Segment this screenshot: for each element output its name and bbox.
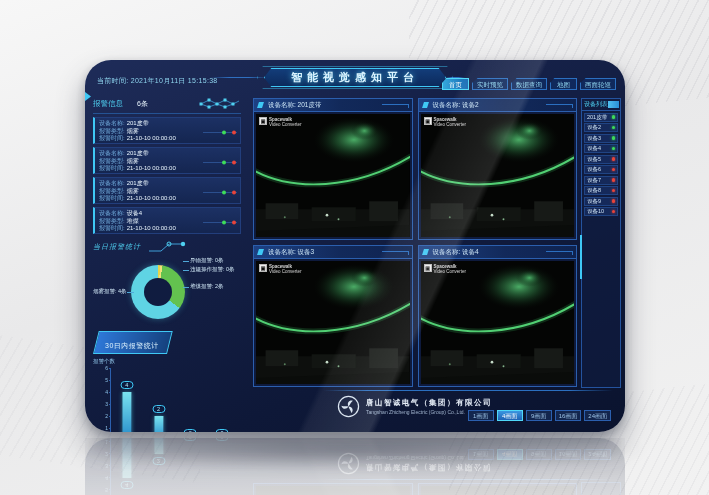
alarm-panel-title: 报警信息: [93, 99, 123, 109]
camera-feed-image: [421, 261, 575, 384]
corner-accent-icon: [85, 92, 91, 101]
device-status-dot: [612, 147, 616, 151]
device-name: 设备7: [587, 177, 601, 184]
device-status-dot: [612, 168, 616, 172]
bar-group: 0违规操作: [209, 369, 235, 432]
camera-feed-image: [421, 114, 575, 237]
donut-legend-label: 烟雾报警: 4条: [93, 288, 127, 295]
alarm-card[interactable]: 设备名称:201皮带报警类型:烟雾报警时间:21-10-10 00:00:00: [93, 147, 241, 174]
donut-legend-label: 堆煤报警: 2条: [190, 283, 224, 290]
alarm-indicator-lights-icon: [203, 181, 237, 199]
alarm-indicator-lights-icon: [203, 151, 237, 169]
bar-value-badge: 2: [152, 405, 165, 413]
view-layout-button[interactable]: 1画面: [468, 410, 494, 421]
alarm-card[interactable]: 设备名称:201皮带报警类型:烟雾报警时间:21-10-10 00:00:00: [93, 117, 241, 144]
device-status-dot: [612, 199, 616, 203]
video-panel[interactable]: 设备名称: 201皮带▣SpacewalkVideo Converter: [253, 98, 413, 240]
device-list-item[interactable]: 设备5: [584, 155, 618, 164]
video-watermark: ▣SpacewalkVideo Converter: [424, 117, 466, 127]
device-list-item[interactable]: 201皮带: [584, 113, 618, 122]
video-panel-title: 设备名称: 设备2: [419, 99, 577, 112]
daily-alarm-stats-header: 当日报警统计: [93, 241, 241, 253]
nav-button[interactable]: 首页: [442, 78, 469, 90]
video-screen: ▣SpacewalkVideo Converter: [256, 261, 410, 384]
video-watermark: ▣SpacewalkVideo Converter: [259, 117, 301, 127]
top-nav: 首页实时预览数据查询地图画面轮巡: [442, 78, 616, 90]
video-panel-title: 设备名称: 设备4: [419, 246, 577, 259]
video-watermark-text: SpacewalkVideo Converter: [269, 264, 301, 274]
company-name-cn: 唐山智诚电气（集团）有限公司: [366, 398, 492, 408]
video-panel[interactable]: 设备名称: 设备2▣SpacewalkVideo Converter: [418, 98, 578, 240]
page-title: 智能视觉感知平台: [264, 68, 446, 87]
device-list-item[interactable]: 设备6: [584, 165, 618, 174]
donut-legend-label: 违规操作报警: 0条: [190, 266, 235, 273]
bar: [122, 392, 131, 432]
device-list-header: 设备列表: [582, 99, 620, 111]
view-layout-buttons: 1画面4画面9画面16画面24画面: [468, 410, 611, 421]
bar-chart-plot: 4烟雾2堆煤0异物0违规操作 0123456: [110, 369, 238, 432]
video-panel-title: 设备名称: 设备3: [254, 246, 412, 259]
device-list-tab[interactable]: [608, 101, 619, 108]
device-status-dot: [612, 189, 616, 193]
daily-alarm-donut-chart: 烟雾报警: 4条异物报警: 0条违规操作报警: 0条堆煤报警: 2条: [93, 256, 241, 322]
alarm-panel-header: 报警信息 6条: [93, 96, 241, 114]
scroll-accent[interactable]: [580, 235, 582, 279]
device-name: 设备2: [587, 124, 601, 131]
device-status-dot: [612, 210, 616, 214]
current-time: 当前时间: 2021年10月11日 15:15:38: [97, 76, 218, 86]
view-layout-button[interactable]: 9画面: [526, 410, 552, 421]
device-list-item[interactable]: 设备4: [584, 144, 618, 153]
camera-feed-image: [256, 114, 410, 237]
bar-chart-bars: 4烟雾2堆煤0异物0违规操作: [111, 369, 238, 432]
video-panel[interactable]: 设备名称: 设备3▣SpacewalkVideo Converter: [253, 245, 413, 387]
video-converter-logo-icon: ▣: [259, 117, 267, 125]
video-screen: ▣SpacewalkVideo Converter: [421, 261, 575, 384]
alarm-card[interactable]: 设备名称:设备4报警类型:堆煤报警时间:21-10-10 00:00:00: [93, 207, 241, 234]
device-name: 设备10: [587, 208, 604, 215]
bar-group: 2堆煤: [146, 369, 172, 432]
nav-button[interactable]: 地图: [550, 78, 577, 90]
video-panel[interactable]: 设备名称: 设备4▣SpacewalkVideo Converter: [418, 245, 578, 387]
device-list-item[interactable]: 设备8: [584, 186, 618, 195]
device-list-title: 设备列表: [584, 100, 608, 109]
nav-button[interactable]: 数据查询: [511, 78, 547, 90]
view-layout-button[interactable]: 4画面: [497, 410, 523, 421]
donut-legend-label: 异物报警: 0条: [190, 257, 224, 264]
alarm-count-badge: 6条: [137, 99, 148, 109]
y-axis-tick: 5: [98, 377, 108, 383]
device-status-dot: [612, 157, 616, 161]
monthly-alarm-stats-title: 30日内报警统计: [105, 341, 159, 351]
monitor-screen: 当前时间: 2021年10月11日 15:15:38 智能视觉感知平台 首页实时…: [85, 60, 625, 432]
device-list-item[interactable]: 设备7: [584, 176, 618, 185]
alarm-list: 设备名称:201皮带报警类型:烟雾报警时间:21-10-10 00:00:00设…: [93, 117, 241, 234]
device-list-item[interactable]: 设备2: [584, 123, 618, 132]
device-name: 设备8: [587, 187, 601, 194]
bar-value-badge: 4: [120, 381, 133, 389]
monitor-floor-shadow: [60, 426, 650, 472]
y-axis-tick: 2: [98, 413, 108, 419]
video-grid: 设备名称: 201皮带▣SpacewalkVideo Converter设备名称…: [253, 98, 577, 387]
device-name: 设备9: [587, 198, 601, 205]
view-layout-button[interactable]: 24画面: [584, 410, 611, 421]
device-status-dot: [612, 126, 616, 130]
device-name: 设备5: [587, 156, 601, 163]
y-axis-tick: 6: [98, 365, 108, 371]
video-converter-logo-icon: ▣: [259, 264, 267, 272]
bar-value-badge: 0: [216, 429, 229, 432]
nav-button[interactable]: 画面轮巡: [580, 78, 616, 90]
alarm-indicator-lights-icon: [203, 211, 237, 229]
device-list-item[interactable]: 设备9: [584, 197, 618, 206]
device-name: 201皮带: [587, 114, 607, 121]
video-screen: ▣SpacewalkVideo Converter: [421, 114, 575, 237]
video-screen: ▣SpacewalkVideo Converter: [256, 114, 410, 237]
view-layout-button[interactable]: 16画面: [555, 410, 582, 421]
video-watermark-text: SpacewalkVideo Converter: [434, 264, 466, 274]
company-logo-icon: [337, 395, 360, 418]
alarm-card[interactable]: 设备名称:201皮带报警类型:烟雾报警时间:21-10-10 00:00:00: [93, 177, 241, 204]
device-list-item[interactable]: 设备10: [584, 207, 618, 216]
video-panel-title: 设备名称: 201皮带: [254, 99, 412, 112]
device-list-item[interactable]: 设备3: [584, 134, 618, 143]
nav-button[interactable]: 实时预览: [472, 78, 508, 90]
monthly-alarm-stats-header: 30日内报警统计: [93, 331, 173, 354]
device-rows: 201皮带设备2设备3设备4设备5设备6设备7设备8设备9设备10: [582, 113, 620, 217]
